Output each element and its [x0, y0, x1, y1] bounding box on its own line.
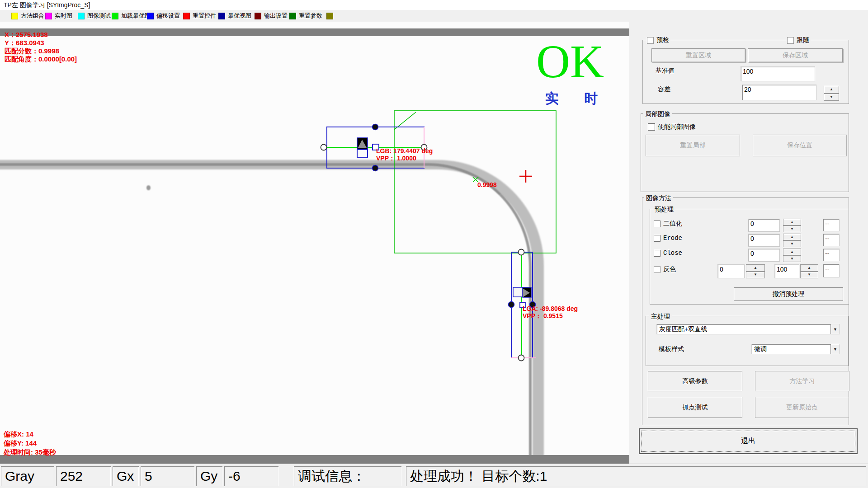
undo-preprocess-button[interactable]: 撤消预处理 — [734, 287, 843, 301]
erode-checkbox[interactable]: Erode — [652, 235, 684, 242]
save-position-button[interactable]: 保存位置 — [753, 135, 847, 156]
status-bar: Gray 252 Gx 5 Gy -6 调试信息： 处理成功！ 目标个数:1 — [0, 464, 868, 488]
spin-down-icon[interactable]: ▼ — [783, 225, 801, 232]
close-value-input[interactable]: 0 — [748, 249, 780, 262]
local-image-group-title: 局部图像 — [643, 110, 672, 117]
chevron-down-icon[interactable]: ▼ — [830, 344, 840, 354]
spin-up-icon[interactable]: ▲ — [746, 264, 765, 272]
status-gray-value: 252 — [56, 466, 111, 486]
close-checkbox[interactable]: Close — [652, 249, 684, 257]
preprocess-group-title: 预处理 — [653, 206, 675, 213]
swatch-icon — [255, 13, 261, 19]
erode-value-input[interactable]: 0 — [748, 234, 780, 247]
checkbox-icon[interactable] — [787, 37, 794, 44]
exit-button[interactable]: 退出 — [639, 428, 858, 454]
object-edge-fade — [496, 338, 528, 464]
invert-low-spinner[interactable]: ▲▼ — [746, 264, 765, 278]
tolerance-label: 容差 — [658, 85, 670, 94]
enable-local-image-checkbox[interactable]: 使能局部图像 — [646, 123, 697, 131]
spin-up-icon[interactable]: ▲ — [783, 234, 801, 240]
spin-down-icon[interactable]: ▼ — [783, 240, 801, 247]
toolbar-item-method-combo[interactable]: 方法组合 — [11, 10, 44, 22]
swatch-icon — [45, 13, 52, 19]
match-angle: 匹配角度：0.0000[0.00] — [5, 55, 77, 63]
match-score: 匹配分数：0.9998 — [5, 47, 77, 55]
baseline-input[interactable]: 100 — [741, 66, 815, 81]
invert-checkbox[interactable]: 反色 — [652, 265, 677, 273]
toolbar-item-reset-params[interactable]: 重置参数 — [289, 10, 322, 22]
app-window: TP左 图像学习 [SYImgProc_S] 方法组合 实时图 图像测试 加载最… — [0, 0, 868, 488]
spin-down-icon[interactable]: ▼ — [746, 272, 765, 279]
toolbar-item-best-view[interactable]: 最优视图 — [218, 10, 251, 22]
swatch-icon — [11, 13, 18, 19]
erode-spinner[interactable]: ▲▼ — [783, 234, 801, 247]
update-origin-button[interactable]: 更新原始点 — [755, 397, 849, 418]
status-gx-value: 5 — [141, 466, 194, 486]
spin-down-icon[interactable]: ▼ — [824, 94, 839, 101]
reset-region-button[interactable]: 重置区域 — [651, 48, 745, 62]
toolbar-item-unlabeled[interactable] — [326, 10, 336, 22]
spin-up-icon[interactable]: ▲ — [824, 86, 839, 94]
toolbar-item-offset-setting[interactable]: 偏移设置 — [147, 10, 180, 22]
spin-up-icon[interactable]: ▲ — [783, 219, 801, 225]
invert-high-input[interactable]: 100 — [774, 264, 799, 278]
checkbox-icon[interactable] — [654, 235, 660, 242]
swatch-icon — [218, 13, 225, 19]
status-debug-label: 调试信息： — [294, 466, 401, 486]
image-canvas[interactable] — [0, 22, 629, 464]
checkbox-icon[interactable] — [648, 123, 655, 131]
template-style-select[interactable]: 微调 ▼ — [751, 344, 840, 354]
method-learn-button[interactable]: 方法学习 — [755, 371, 849, 391]
checkbox-icon[interactable] — [654, 266, 660, 273]
template-style-label: 模板样式 — [659, 345, 684, 353]
save-region-button[interactable]: 保存区域 — [748, 48, 843, 62]
checkbox-icon[interactable] — [647, 37, 654, 44]
main-process-group-title: 主处理 — [649, 313, 672, 320]
canvas-bottom-band — [0, 455, 629, 464]
checkbox-icon[interactable] — [654, 250, 660, 257]
spin-up-icon[interactable]: ▲ — [800, 264, 818, 272]
spin-down-icon[interactable]: ▼ — [783, 255, 801, 262]
spin-down-icon[interactable]: ▼ — [800, 272, 818, 279]
precheck-checkbox[interactable]: 预检 — [646, 36, 670, 44]
toolbar-item-reset-controls[interactable]: 重置控件 — [183, 10, 216, 22]
follow-checkbox[interactable]: 跟随 — [786, 36, 811, 44]
spin-up-icon[interactable]: ▲ — [783, 249, 801, 255]
swatch-icon — [289, 13, 296, 19]
grab-point-test-button[interactable]: 抓点测试 — [648, 397, 742, 418]
match-info-block: X：2575.1938 Y：683.0943 匹配分数：0.9998 匹配角度：… — [5, 31, 77, 63]
main-process-group — [646, 316, 849, 366]
tolerance-input[interactable]: 20 — [742, 84, 816, 100]
swatch-icon — [147, 13, 154, 19]
swatch-icon — [183, 13, 190, 19]
reset-local-button[interactable]: 重置局部 — [646, 135, 740, 156]
status-debug-message: 处理成功！ 目标个数:1 — [406, 466, 866, 486]
window-title: TP左 图像学习 [SYImgProc_S] — [0, 0, 868, 10]
advanced-params-button[interactable]: 高级参数 — [648, 371, 742, 391]
binarize-checkbox[interactable]: 二值化 — [652, 220, 684, 228]
binarize-spinner[interactable]: ▲▼ — [783, 219, 801, 232]
image-method-group-title: 图像方法 — [644, 194, 673, 202]
close-spinner[interactable]: ▲▼ — [783, 249, 801, 262]
checkbox-icon[interactable] — [654, 221, 660, 227]
object-edge-core — [0, 163, 532, 464]
roi-right-annotation: LGA: -89.8068 deg VPP： 0.9515 — [523, 305, 578, 319]
toolbar-item-live-image[interactable]: 实时图 — [45, 10, 72, 22]
method-select[interactable]: 灰度匹配+双直线 ▼ — [656, 324, 840, 334]
canvas-top-band — [0, 28, 629, 36]
toolbar: 方法组合 实时图 图像测试 加载最优图 偏移设置 重置控件 最优视图 输出设置 … — [0, 10, 868, 22]
invert-high-spinner[interactable]: ▲▼ — [800, 264, 818, 278]
toolbar-item-image-test[interactable]: 图像测试 — [78, 10, 111, 22]
toolbar-item-output-setting[interactable]: 输出设置 — [255, 10, 288, 22]
status-gy-value: -6 — [224, 466, 278, 486]
invert-low-input[interactable]: 0 — [717, 264, 745, 278]
tolerance-spinner[interactable]: ▲ ▼ — [824, 86, 839, 101]
toolbar-item-load-best[interactable]: 加载最优图 — [112, 10, 151, 22]
control-panel: 预检 跟随 重置区域 保存区域 基准值 100 容差 20 ▲ ▼ 局部图像 使… — [629, 22, 868, 464]
score-marker-label: 0.9998 — [477, 181, 497, 188]
chevron-down-icon[interactable]: ▼ — [830, 324, 840, 334]
binarize-value-input[interactable]: 0 — [748, 219, 780, 232]
offset-info-block: 偏移X: 14 偏移Y: 144 处理时间: 35毫秒 — [4, 430, 56, 457]
swatch-icon — [326, 13, 333, 19]
status-gray-label: Gray — [1, 466, 54, 486]
